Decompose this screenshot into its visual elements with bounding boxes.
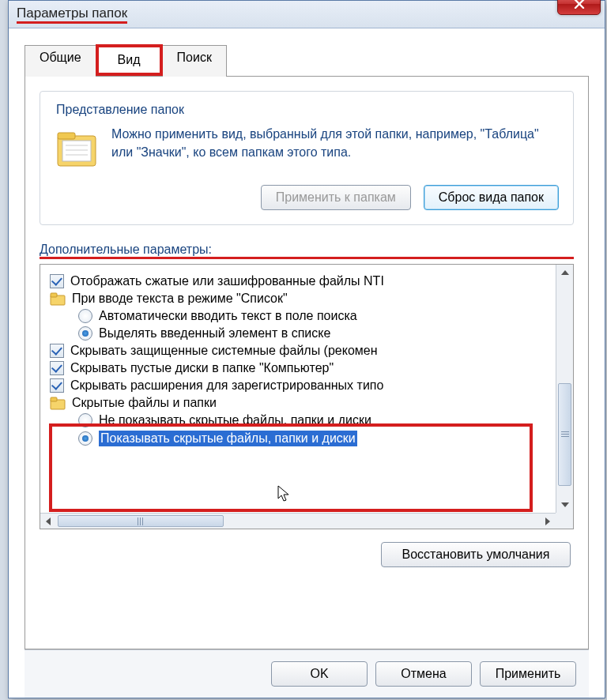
- folder-views-group: Представление папок Можно применить вид,…: [40, 91, 574, 225]
- radio-icon[interactable]: [78, 431, 92, 446]
- scroll-thumb[interactable]: [58, 515, 224, 527]
- advanced-label-wrap: Дополнительные параметры:: [40, 243, 574, 259]
- cancel-button[interactable]: Отмена: [375, 661, 472, 687]
- ok-button[interactable]: OK: [271, 661, 368, 687]
- dialog-footer: OK Отмена Применить: [25, 649, 589, 698]
- folder-options-dialog: Параметры папок Общие Вид Поиск Представ…: [8, 0, 605, 698]
- tree-item[interactable]: Скрытые файлы и папки: [50, 394, 573, 412]
- checkbox-icon[interactable]: [50, 274, 64, 288]
- tab-strip: Общие Вид Поиск: [25, 44, 589, 77]
- scroll-thumb[interactable]: [558, 383, 571, 486]
- svg-rect-1: [58, 133, 75, 139]
- svg-rect-2: [62, 141, 91, 161]
- close-button[interactable]: [557, 0, 601, 15]
- folder-icon: [50, 292, 66, 306]
- close-icon: [574, 0, 585, 9]
- window-title: Параметры папок: [17, 6, 127, 24]
- checkbox-icon[interactable]: [50, 361, 64, 375]
- advanced-settings-tree[interactable]: Отображать сжатые или зашифрованные файл…: [40, 264, 574, 529]
- folder-views-description: Можно применить вид, выбранный для этой …: [111, 125, 559, 171]
- titlebar: Параметры папок: [9, 1, 605, 28]
- tab-panel-view: Представление папок Можно применить вид,…: [25, 77, 589, 649]
- scroll-left-button[interactable]: [40, 514, 56, 529]
- tree-item-hide-hidden[interactable]: Не показывать скрытые файлы, папки и дис…: [50, 412, 573, 429]
- vertical-scrollbar[interactable]: [556, 265, 573, 513]
- tree-item[interactable]: Автоматически вводить текст в поле поиск…: [50, 307, 573, 325]
- svg-rect-7: [51, 293, 57, 297]
- scroll-corner: [556, 513, 573, 529]
- tree-item[interactable]: Выделять введенный элемент в списке: [50, 325, 573, 342]
- radio-icon[interactable]: [78, 326, 92, 341]
- tree-item[interactable]: При вводе текста в режиме "Список": [50, 290, 573, 307]
- svg-rect-9: [51, 397, 57, 401]
- tab-view[interactable]: Вид: [96, 44, 163, 76]
- tab-general[interactable]: Общие: [25, 45, 96, 77]
- scroll-right-button[interactable]: [540, 514, 556, 529]
- horizontal-scrollbar[interactable]: [40, 513, 556, 529]
- apply-button[interactable]: Применить: [480, 661, 576, 687]
- folder-large-icon: [55, 125, 100, 171]
- cursor-icon: [277, 485, 292, 504]
- dialog-content: Общие Вид Поиск Представление папок Можн…: [9, 28, 605, 698]
- tree-item[interactable]: Скрывать расширения для зарегистрированн…: [50, 377, 573, 394]
- apply-to-folders-button[interactable]: Применить к папкам: [261, 185, 411, 210]
- tree-item-show-hidden[interactable]: Показывать скрытые файлы, папки и диски: [50, 429, 573, 448]
- advanced-settings-label: Дополнительные параметры:: [40, 243, 212, 256]
- tree-item[interactable]: Отображать сжатые или зашифрованные файл…: [50, 273, 573, 290]
- folder-icon: [50, 396, 66, 410]
- tree-item[interactable]: Скрывать пустые диски в папке "Компьютер…: [50, 359, 573, 377]
- folder-views-legend: Представление папок: [53, 103, 187, 117]
- checkbox-icon[interactable]: [50, 378, 64, 393]
- radio-icon[interactable]: [78, 309, 92, 323]
- radio-icon[interactable]: [78, 413, 92, 427]
- restore-defaults-button[interactable]: Восстановить умолчания: [381, 542, 571, 567]
- scroll-up-button[interactable]: [556, 265, 573, 280]
- tree-item[interactable]: Скрывать защищенные системные файлы (рек…: [50, 342, 573, 359]
- checkbox-icon[interactable]: [50, 344, 64, 358]
- tab-search[interactable]: Поиск: [162, 45, 227, 77]
- reset-folders-button[interactable]: Сброс вида папок: [424, 185, 559, 210]
- scroll-down-button[interactable]: [556, 497, 573, 513]
